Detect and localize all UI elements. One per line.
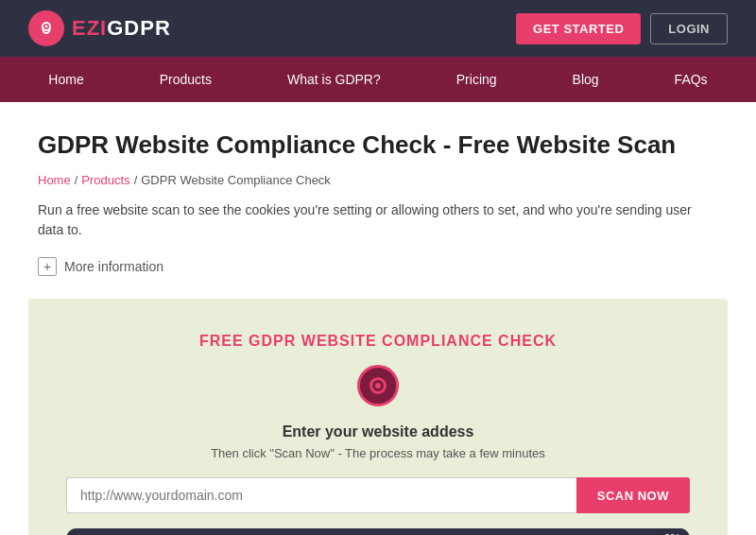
progress-bar-track bbox=[66, 528, 690, 535]
progress-badge: 0% bbox=[655, 528, 690, 535]
more-info-label: More information bbox=[64, 259, 163, 274]
nav-item-faqs[interactable]: FAQs bbox=[637, 57, 746, 102]
breadcrumb-current: GDPR Website Compliance Check bbox=[141, 173, 331, 187]
scan-enter-label: Enter your website addess bbox=[66, 423, 690, 440]
nav: Home Products What is GDPR? Pricing Blog… bbox=[0, 57, 756, 102]
breadcrumb-sep-2: / bbox=[134, 173, 138, 187]
scan-section: FREE GDPR WEBSITE COMPLIANCE CHECK Enter… bbox=[28, 299, 728, 535]
logo-text: EZIGDPR bbox=[72, 16, 171, 41]
scan-logo bbox=[66, 365, 690, 406]
breadcrumb-home[interactable]: Home bbox=[38, 173, 71, 187]
nav-item-home[interactable]: Home bbox=[10, 57, 121, 102]
get-started-button[interactable]: GET STARTED bbox=[516, 13, 641, 44]
main-content: GDPR Website Compliance Check - Free Web… bbox=[0, 102, 756, 535]
nav-item-what-is-gdpr[interactable]: What is GDPR? bbox=[249, 57, 419, 102]
nav-items: Home Products What is GDPR? Pricing Blog… bbox=[10, 57, 745, 102]
progress-bar-container: 0% bbox=[66, 528, 690, 535]
page-description: Run a free website scan to see the cooki… bbox=[38, 200, 718, 240]
scan-input[interactable] bbox=[66, 477, 576, 513]
scan-logo-dot bbox=[375, 383, 381, 388]
nav-item-blog[interactable]: Blog bbox=[535, 57, 637, 102]
scan-sublabel: Then click "Scan Now" - The process may … bbox=[66, 446, 690, 460]
nav-item-pricing[interactable]: Pricing bbox=[419, 57, 535, 102]
more-info-toggle[interactable]: + More information bbox=[38, 257, 718, 276]
header-buttons: GET STARTED LOGIN bbox=[516, 13, 728, 44]
header: EZIGDPR GET STARTED LOGIN bbox=[0, 0, 756, 57]
logo-icon bbox=[28, 10, 64, 46]
logo-ezi: EZI bbox=[72, 16, 107, 40]
svg-point-1 bbox=[45, 26, 48, 28]
scan-logo-inner bbox=[369, 377, 387, 394]
scan-title: FREE GDPR WEBSITE COMPLIANCE CHECK bbox=[66, 333, 690, 350]
logo-gdpr: GDPR bbox=[107, 16, 171, 40]
scan-now-button[interactable]: SCAN NOW bbox=[576, 477, 690, 513]
nav-item-products[interactable]: Products bbox=[122, 57, 249, 102]
breadcrumb-sep-1: / bbox=[75, 173, 78, 187]
more-info-icon: + bbox=[38, 257, 57, 276]
breadcrumb-products[interactable]: Products bbox=[81, 173, 129, 187]
scan-logo-circle bbox=[357, 365, 399, 406]
breadcrumb: Home / Products / GDPR Website Complianc… bbox=[38, 173, 718, 187]
logo: EZIGDPR bbox=[28, 10, 171, 46]
scan-input-row: SCAN NOW bbox=[66, 477, 690, 513]
page-title: GDPR Website Compliance Check - Free Web… bbox=[38, 130, 718, 160]
login-button[interactable]: LOGIN bbox=[650, 13, 728, 44]
